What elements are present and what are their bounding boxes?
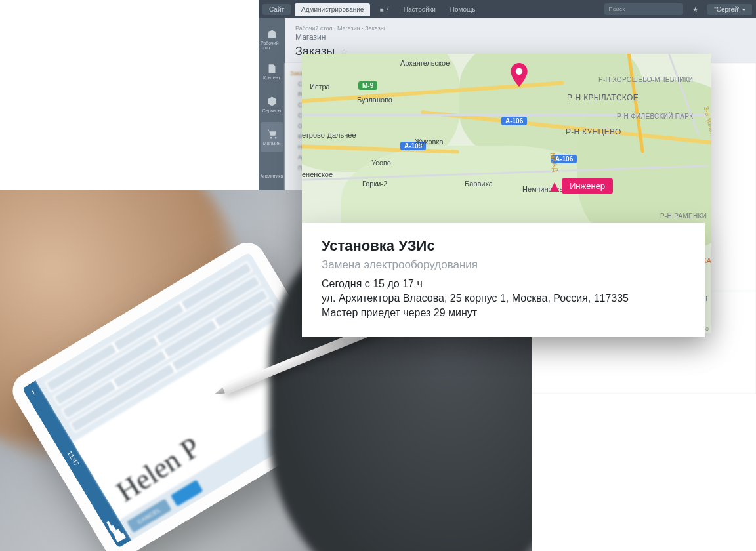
notification-badge: 7	[385, 6, 389, 13]
order-address: ул. Архитектора Власова, 25 корпус 1, Мо…	[322, 293, 685, 304]
order-title: Установка УЗИс	[322, 237, 685, 255]
rail-label: Контент	[263, 75, 280, 80]
map-district-label: Р-Н КРЫЛАТСКОЕ	[567, 93, 639, 102]
map-town-label: Бузланово	[357, 96, 392, 104]
tablet-screen: ⌇ 11:47 ▂▄▆█ Helen P CANCEL	[22, 252, 346, 548]
svg-point-0	[516, 68, 523, 75]
order-timeslot: Сегодня с 15 до 17 ч	[322, 278, 685, 290]
rail-shop[interactable]: Магазин	[261, 122, 283, 152]
favorite-icon[interactable]: ★	[687, 4, 704, 15]
rail-label: Магазин	[262, 141, 280, 146]
section-title: Магазин	[295, 33, 746, 42]
road-shield: А-106	[501, 117, 527, 125]
rail-label: Аналитика	[261, 174, 284, 178]
chart-icon	[266, 161, 278, 173]
help-link[interactable]: Помощь	[445, 4, 481, 15]
wifi-icon: ⌇	[28, 386, 40, 399]
map-town-label: Барвиха	[465, 180, 493, 188]
engineer-label[interactable]: Инженер	[562, 178, 613, 194]
map-town-label: Горки-2	[362, 180, 387, 188]
notifications-icon[interactable]: ■ 7	[374, 4, 394, 15]
page-icon	[266, 63, 278, 74]
search-input[interactable]: Поиск	[604, 3, 683, 15]
cube-icon	[266, 96, 278, 107]
rail-services[interactable]: Сервисы	[261, 89, 283, 119]
map-town-label: Жуковка	[415, 138, 444, 146]
map-town-label: ененское	[302, 171, 333, 178]
rail-analytics[interactable]: Аналитика	[261, 155, 283, 185]
map-town-label: Усово	[371, 159, 391, 167]
tab-admin[interactable]: Администрирование	[295, 3, 370, 16]
cart-icon	[266, 129, 278, 140]
map-district-label: Р-Н КУНЦЕВО	[566, 127, 621, 136]
order-subtitle: Замена электрооборудования	[322, 258, 685, 272]
map-district-label: Р-Н ХОРОШЕВО-МНЕВНИКИ	[598, 76, 693, 83]
breadcrumb[interactable]: Рабочий стол · Магазин · Заказы	[295, 25, 746, 31]
rail-label: Сервисы	[262, 108, 281, 113]
road-shield: М-9	[358, 81, 377, 90]
map-district-label: Р-Н ФИЛЕВСКИЙ ПАРК	[617, 113, 693, 120]
rail-label: Рабочий стол	[261, 41, 283, 50]
settings-link[interactable]: Настройки	[398, 4, 441, 15]
site-button[interactable]: Сайт	[262, 4, 291, 15]
order-eta: Мастер приедет через 29 минут	[322, 307, 685, 319]
rail-desktop[interactable]: Рабочий стол	[261, 24, 283, 54]
user-menu[interactable]: "Сергей" ▾	[707, 4, 752, 15]
home-icon	[266, 28, 278, 39]
order-info-panel: Установка УЗИс Замена электрооборудовани…	[302, 223, 705, 337]
destination-pin-icon[interactable]	[511, 63, 528, 87]
rail-content[interactable]: Контент	[261, 56, 283, 87]
admin-topbar: Сайт Администрирование ■ 7 Настройки Пом…	[259, 0, 756, 18]
map-town-label: Архангельское	[400, 59, 450, 67]
map-town-label: етрово-Дальнее	[302, 131, 356, 139]
map-town-label: Истра	[310, 83, 330, 91]
map-district-label: Р-Н РАМЕНКИ	[660, 213, 707, 220]
engineer-marker-icon[interactable]	[550, 182, 559, 192]
